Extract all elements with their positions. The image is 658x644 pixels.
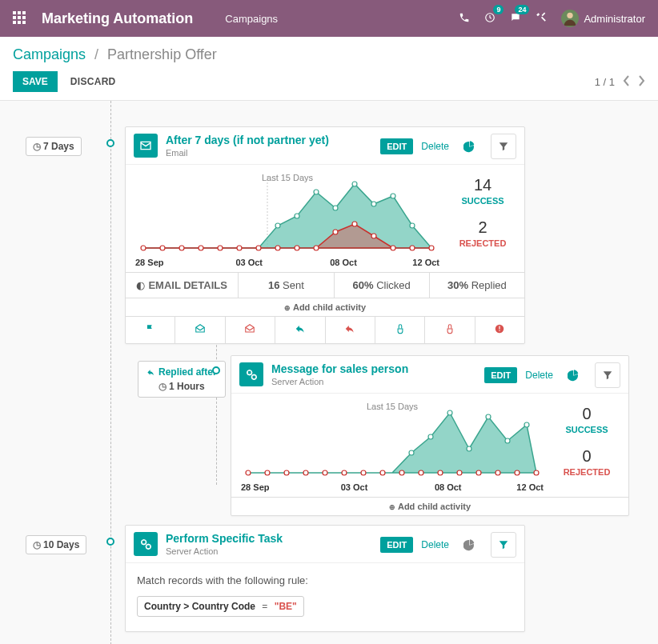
activity-chart xyxy=(135,176,439,256)
edit-button[interactable]: EDIT xyxy=(380,138,413,154)
save-button[interactable]: SAVE xyxy=(13,71,58,92)
pager: 1 / 1 xyxy=(595,75,645,89)
delete-button[interactable]: Delete xyxy=(421,141,449,152)
pager-next-icon[interactable] xyxy=(638,75,645,89)
chart-tab-icon[interactable] xyxy=(561,362,587,388)
axis-label: 12 Oct xyxy=(412,258,439,267)
svg-point-35 xyxy=(246,470,251,475)
svg-point-44 xyxy=(419,470,423,475)
svg-point-59 xyxy=(146,544,150,549)
svg-point-51 xyxy=(409,450,414,455)
click-icon[interactable] xyxy=(375,317,425,343)
reply-red-icon[interactable] xyxy=(326,317,375,343)
delete-button[interactable]: Delete xyxy=(525,370,553,381)
sent-label: Sent xyxy=(283,279,304,291)
axis-label: 28 Sep xyxy=(241,482,269,492)
svg-point-48 xyxy=(496,470,500,475)
edit-button[interactable]: EDIT xyxy=(484,367,517,383)
rule-op: = xyxy=(262,601,267,612)
plus-icon: ⊕ xyxy=(284,304,291,312)
filter-tab-icon[interactable] xyxy=(491,134,516,159)
gears-icon xyxy=(134,532,158,556)
svg-point-32 xyxy=(247,370,251,374)
user-name: Administrator xyxy=(584,13,645,25)
svg-point-1 xyxy=(568,13,573,18)
filter-tab-icon[interactable] xyxy=(491,532,516,558)
success-label: SUCCESS xyxy=(451,196,515,206)
svg-point-46 xyxy=(457,470,462,475)
flag-icon[interactable] xyxy=(126,317,175,343)
mail-open-red-icon[interactable] xyxy=(226,317,275,343)
filter-tab-icon[interactable] xyxy=(595,362,620,388)
rejected-count: 0 xyxy=(555,447,619,466)
svg-point-36 xyxy=(265,470,270,475)
activity-card-task: Perform Specific Task Server Action EDIT… xyxy=(125,525,525,632)
svg-point-57 xyxy=(524,422,529,427)
mail-open-icon[interactable] xyxy=(175,317,225,343)
trigger-pill-replied[interactable]: Replied after ◷1 Hours xyxy=(138,361,226,398)
add-child-activity[interactable]: ⊕Add child activity xyxy=(126,298,524,316)
card-title[interactable]: Perform Specific Task xyxy=(166,532,283,546)
svg-point-21 xyxy=(275,223,280,228)
delay-label: 10 Days xyxy=(43,539,79,550)
clock-icon: ◷ xyxy=(33,141,41,152)
svg-point-17 xyxy=(371,234,376,238)
svg-rect-30 xyxy=(500,326,500,330)
apps-icon[interactable] xyxy=(13,11,27,26)
activity-chart xyxy=(241,405,544,481)
topbar: Marketing Automation Campaigns 9 24 Admi… xyxy=(0,0,658,37)
rule-chip[interactable]: Country > Country Code = "BE" xyxy=(137,596,304,617)
user-menu[interactable]: Administrator xyxy=(561,10,645,27)
edit-button[interactable]: EDIT xyxy=(380,537,413,553)
discard-button[interactable]: DISCARD xyxy=(70,76,116,87)
menu-campaigns[interactable]: Campaigns xyxy=(225,13,278,25)
delay-pill-10days[interactable]: ◷10 Days xyxy=(26,535,86,554)
svg-point-58 xyxy=(141,539,146,544)
tools-icon[interactable] xyxy=(536,12,547,26)
click-red-icon[interactable] xyxy=(425,317,475,343)
reply-icon[interactable] xyxy=(275,317,325,343)
card-title[interactable]: After 7 days (if not partner yet) xyxy=(166,134,329,147)
rule-field: Country > Country Code xyxy=(144,601,255,612)
axis-label: 08 Oct xyxy=(330,258,357,267)
clock-icon[interactable]: 9 xyxy=(484,12,496,26)
chart-tab-icon[interactable] xyxy=(457,134,483,159)
svg-marker-34 xyxy=(248,413,536,473)
chart-range-label: Last 15 Days xyxy=(262,173,313,182)
svg-point-39 xyxy=(323,470,327,475)
axis-label: 28 Sep xyxy=(135,258,163,267)
app-title: Marketing Automation xyxy=(42,10,193,27)
delay-label: 7 Days xyxy=(43,141,74,152)
rule-intro: Match records with the following rule: xyxy=(137,574,513,586)
alert-icon[interactable] xyxy=(475,317,524,343)
add-child-label: Add child activity xyxy=(293,302,366,312)
chart-tab-icon[interactable] xyxy=(457,532,483,558)
add-child-label: Add child activity xyxy=(398,502,471,511)
svg-point-5 xyxy=(141,246,146,250)
node-dot xyxy=(106,139,114,147)
phone-icon[interactable] xyxy=(459,12,470,26)
card-title[interactable]: Message for sales person xyxy=(271,362,408,376)
delay-pill-7days[interactable]: ◷7 Days xyxy=(26,137,82,156)
pager-prev-icon[interactable] xyxy=(623,75,630,89)
avatar-icon xyxy=(561,10,579,27)
clock-icon: ◷ xyxy=(158,381,167,392)
svg-point-7 xyxy=(179,246,184,250)
rejected-label: REJECTED xyxy=(451,238,515,248)
sent-count: 16 xyxy=(268,279,279,291)
delete-button[interactable]: Delete xyxy=(421,539,449,550)
svg-point-26 xyxy=(371,202,376,206)
svg-point-54 xyxy=(467,446,471,451)
node-dot xyxy=(106,538,114,546)
add-child-activity[interactable]: ⊕Add child activity xyxy=(231,497,628,515)
svg-point-23 xyxy=(314,190,319,194)
chat-icon[interactable]: 24 xyxy=(510,12,521,26)
clock-icon: ◷ xyxy=(33,539,41,550)
workflow-canvas: ◷7 Days After 7 days (if not partner yet… xyxy=(0,101,658,644)
card-subtitle: Server Action xyxy=(166,546,283,556)
svg-point-24 xyxy=(333,206,338,210)
svg-point-50 xyxy=(534,470,539,475)
breadcrumb-root[interactable]: Campaigns xyxy=(13,46,86,62)
svg-point-8 xyxy=(199,246,203,250)
rejected-count: 2 xyxy=(451,218,515,237)
